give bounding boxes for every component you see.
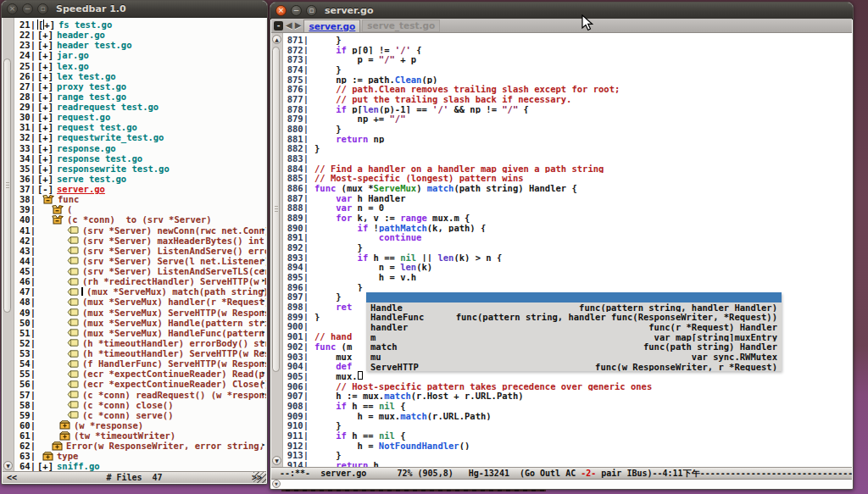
scrollbar-thumb[interactable] (3, 58, 11, 313)
speedbar-row[interactable]: 21|[+]fs_test.go (14, 19, 266, 30)
scroll-up-icon[interactable]: ▲ (272, 35, 281, 44)
tag-icon[interactable] (67, 288, 79, 296)
speedbar-row[interactable]: 35|[+]responsewrite_test.go (14, 164, 266, 174)
code-line[interactable]: 877| // put the trailing slash back if n… (283, 94, 852, 104)
speedbar-row[interactable]: 44|(srv *Server) Serve(l net.Listener) e… (14, 256, 266, 266)
expand-toggle-icon[interactable]: [+] (37, 92, 53, 102)
expand-toggle-icon[interactable]: [+] (37, 143, 53, 153)
code-line[interactable]: 906| // Host-specific pattern takes prec… (283, 381, 852, 391)
expand-toggle-icon[interactable]: [+] (37, 153, 53, 164)
code-line[interactable]: 884|// Find a handler on a handler map g… (283, 164, 852, 174)
code-line[interactable]: 887| var h Handler (283, 193, 852, 203)
collapse-toggle-icon[interactable]: [-] (37, 184, 53, 194)
closed-box-icon[interactable] (52, 441, 63, 451)
autocomplete-row[interactable]: ServeHTTPfunc(w ResponseWriter, r *Reque… (366, 362, 782, 372)
expand-toggle-icon[interactable]: [+] (37, 71, 53, 81)
speedbar-row[interactable]: 38|func (14, 194, 266, 204)
speedbar-row[interactable]: 27|[+]proxy_test.go (14, 81, 266, 92)
closed-box-icon[interactable] (59, 420, 70, 430)
speedbar-row[interactable]: 61|(tw *timeoutWriter) (14, 430, 266, 441)
tab-server-go[interactable]: server.go (303, 19, 360, 32)
tag-icon[interactable] (67, 226, 79, 234)
resize-grip[interactable] (253, 472, 266, 483)
speedbar-row[interactable]: 31|[+]request_test.go (14, 122, 266, 132)
code-line[interactable]: 880| } (283, 124, 852, 134)
speedbar-row[interactable]: 34|[+]response_test.go (14, 153, 266, 164)
autocomplete-row[interactable]: HandleFuncfunc(pattern string, handler f… (366, 312, 782, 322)
tag-icon[interactable] (67, 236, 79, 244)
code-line[interactable]: 907| h := mux.match(r.Host + r.URL.Path) (283, 391, 852, 401)
expand-toggle-icon[interactable]: [+] (37, 112, 53, 122)
tab-serve_test-go[interactable]: serve_test.go (362, 19, 440, 32)
closed-box-icon[interactable] (59, 431, 70, 441)
tag-icon[interactable] (67, 268, 79, 275)
expand-toggle-icon[interactable]: [+] (37, 174, 53, 184)
speedbar-row[interactable]: 42|(srv *Server) maxHeaderBytes() int (14, 236, 266, 246)
code-line[interactable]: 894| n = len(k) (283, 262, 852, 272)
speedbar-row[interactable]: 45|(srv *Server) ListenAndServeTLS(certF… (14, 266, 266, 276)
speedbar-row[interactable]: 62|Error(w ResponseWriter, error string,… (14, 441, 266, 451)
expand-toggle-icon[interactable]: [+] (37, 19, 55, 30)
open-box-icon[interactable] (52, 215, 64, 225)
tag-icon[interactable] (67, 298, 79, 306)
speedbar-titlebar[interactable]: × − ▫ Speedbar 1.0 (2, 1, 267, 18)
tag-icon[interactable] (67, 360, 79, 368)
code-line[interactable]: 881| return np (283, 134, 852, 144)
maximize-icon[interactable]: ▫ (37, 3, 48, 14)
minibuffer[interactable]: ▼ (271, 480, 852, 488)
expand-toggle-icon[interactable]: [+] (37, 50, 53, 60)
autocomplete-row[interactable]: handlerfunc(r *Request) Handler (366, 322, 782, 332)
speedbar-row[interactable]: 26|[+]lex_test.go (14, 71, 266, 81)
code-line[interactable]: 909| h = mux.match(r.URL.Path) (283, 411, 852, 421)
expand-toggle-icon[interactable]: [+] (37, 61, 53, 71)
code-line[interactable]: 875| np := path.Clean(p) (283, 75, 852, 85)
code-line[interactable]: 893| if h == nil || len(k) > n { (283, 253, 852, 263)
speedbar-row[interactable]: 22|[+]header.go (14, 30, 266, 40)
code-line[interactable]: 912| h = NotFoundHandler() (283, 441, 852, 451)
speedbar-scrollbar[interactable]: ▼ (3, 18, 14, 471)
tag-icon[interactable] (67, 247, 79, 254)
speedbar-row[interactable]: 57|(c *conn) readRequest() (w *response,… (14, 390, 266, 400)
closed-box-icon[interactable] (42, 452, 53, 461)
open-box-icon[interactable] (42, 195, 54, 204)
tag-icon[interactable] (67, 391, 79, 398)
tag-icon[interactable] (67, 278, 79, 286)
speedbar-row[interactable]: 30|[+]request.go (14, 112, 266, 122)
tab-forward-icon[interactable]: ▶ (295, 21, 302, 30)
speedbar-row[interactable]: 64|[+]sniff.go (14, 461, 266, 471)
code-line[interactable]: 890| if !pathMatch(k, path) { (283, 223, 852, 233)
code-line[interactable]: 872| if p[0] != '/' { (283, 45, 852, 55)
code-line[interactable]: 914| return h (283, 460, 852, 467)
code-line[interactable]: 879| np += "/" (283, 114, 852, 124)
code-line[interactable]: 913| } (283, 450, 852, 460)
code-line[interactable]: 871| } (283, 35, 852, 45)
expand-toggle-icon[interactable]: [+] (37, 132, 53, 142)
code-line[interactable]: 874| } (283, 64, 852, 75)
speedbar-row[interactable]: 29|[+]readrequest_test.go (14, 102, 266, 112)
minimize-icon[interactable]: − (291, 5, 302, 16)
speedbar-row[interactable]: 28|[+]range_test.go (14, 92, 266, 102)
close-icon[interactable]: × (275, 5, 287, 16)
autocomplete-row[interactable]: matchfunc(path string) Handler (366, 341, 782, 352)
speedbar-row[interactable]: 43|(srv *Server) ListenAndServe() error (14, 246, 266, 256)
tag-icon[interactable] (67, 380, 79, 388)
code-line[interactable]: 878| if p[len(p)-1] == '/' && np != "/" … (283, 104, 852, 114)
expand-toggle-icon[interactable]: [+] (37, 102, 53, 112)
code-line[interactable]: 885|// Most-specific (longest) pattern w… (283, 173, 852, 183)
autocomplete-selected-row[interactable] (366, 292, 782, 303)
expand-toggle-icon[interactable]: [+] (37, 122, 53, 132)
tab-menu-button[interactable]: - (274, 21, 283, 31)
tag-icon[interactable] (67, 329, 79, 336)
speedbar-row[interactable]: 63|type (14, 451, 266, 461)
tag-icon[interactable] (67, 401, 79, 408)
expand-toggle-icon[interactable]: [+] (37, 461, 53, 471)
autocomplete-row[interactable]: mvar map[string]muxEntry (366, 332, 782, 342)
speedbar-row[interactable]: 40|(c *conn) to (srv *Server) (14, 214, 266, 225)
maximize-icon[interactable]: ▫ (306, 5, 317, 16)
speedbar-row[interactable]: 39|( (14, 204, 266, 214)
speedbar-row[interactable]: 25|[+]lex.go (14, 61, 266, 71)
tag-icon[interactable] (67, 257, 79, 264)
minimize-icon[interactable]: − (22, 3, 33, 14)
code-line[interactable]: 888| var n = 0 (283, 203, 852, 213)
code-line[interactable]: 910| } (283, 420, 852, 430)
